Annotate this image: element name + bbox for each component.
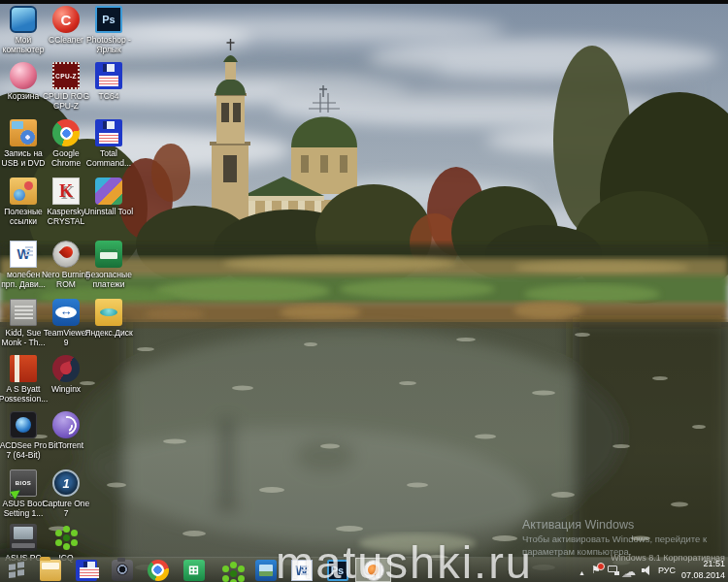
laptop-icon xyxy=(10,524,37,551)
desktop-icon-word[interactable]: Wмолебен прп. Дави... xyxy=(1,241,46,289)
desktop-icon-ccleaner[interactable]: CCCleaner xyxy=(44,6,88,45)
book-icon xyxy=(10,299,37,326)
photos-icon xyxy=(255,560,277,581)
desktop-icon-label: BitTorrent xyxy=(41,440,91,450)
desktop-icon-bittorrent[interactable]: BitTorrent xyxy=(44,411,88,450)
desktop-icon-label: Яндекс.Диск xyxy=(83,328,134,338)
taskbar-button-photos[interactable] xyxy=(248,558,283,582)
photoshop-icon: Ps xyxy=(327,560,348,581)
desktop-icon-acdsee[interactable]: ACDSee Pro 7 (64-Bit) xyxy=(1,411,46,460)
safepay-icon xyxy=(95,241,122,268)
desktop-icon-book[interactable]: Kidd, Sue Monk - Th... xyxy=(1,299,46,347)
bittorrent-icon xyxy=(52,411,80,438)
usb-dvd-icon xyxy=(10,119,37,146)
taskbar: ⊞WPs РУС 21:51 07.08.2014 xyxy=(0,558,728,582)
desktop-icon-label: Безопасные платежи xyxy=(83,270,134,289)
language-indicator[interactable]: РУС xyxy=(658,566,676,575)
icq-icon xyxy=(52,524,80,551)
camera-icon xyxy=(112,560,133,581)
taskbar-button-chrome[interactable] xyxy=(140,558,176,582)
links-icon xyxy=(10,178,37,205)
network-icon[interactable] xyxy=(608,566,619,575)
action-center-flag-icon[interactable] xyxy=(591,565,602,576)
desktop-icon-floppy[interactable]: TC64 xyxy=(86,62,131,101)
bios-icon: BIOS xyxy=(10,469,37,497)
windows-store-icon: ⊞ xyxy=(183,560,205,581)
floppy-icon xyxy=(95,62,122,89)
desktop-icon-floppy[interactable]: Total Command... xyxy=(86,119,131,168)
taskbar-button-floppy[interactable] xyxy=(68,558,104,582)
taskbar-button-word[interactable]: W xyxy=(283,558,319,582)
my-computer-icon xyxy=(10,6,37,33)
desktop-icon-recycle[interactable]: Корзина xyxy=(1,62,46,101)
capture-one-icon: 1 xyxy=(52,469,80,497)
taskbar-button-file-explorer[interactable] xyxy=(32,558,68,582)
desktop-icon-ppt[interactable]: A S Byatt Possession... xyxy=(1,355,46,404)
desktop-icon-laptop[interactable]: ASUS PC xyxy=(1,524,46,563)
desktop-icon-chrome[interactable]: Google Chrome xyxy=(44,119,88,168)
desktop-icon-yandex-disk[interactable]: Яндекс.Диск xyxy=(86,299,131,338)
recycle-icon xyxy=(10,62,37,89)
chrome-icon xyxy=(52,119,80,146)
acdsee-icon xyxy=(10,411,37,438)
desktop-icon-label: Total Command... xyxy=(83,148,134,168)
desktop-icon-label: Photoshop - Ярлык xyxy=(83,35,134,54)
desktop-icon-label: Winginx xyxy=(41,384,91,394)
volume-icon[interactable] xyxy=(642,566,652,575)
desktop-icon-label: TC64 xyxy=(83,91,134,101)
taskbar-button-media-player[interactable] xyxy=(355,558,391,582)
cpuz-icon: CPU-Z xyxy=(52,62,80,89)
floppy-icon xyxy=(95,119,122,146)
media-player-icon xyxy=(363,560,384,581)
clock-time: 21:51 xyxy=(681,559,725,569)
hidden-icons-arrow-icon[interactable] xyxy=(579,562,585,579)
desktop-icon-label: Uninstall Tool xyxy=(83,207,134,216)
desktop-icon-label: Capture One 7 xyxy=(41,499,91,518)
taskbar-button-icq[interactable] xyxy=(212,558,248,582)
file-explorer-icon xyxy=(40,560,61,581)
taskbar-button-photoshop[interactable]: Ps xyxy=(319,558,355,582)
desktop-icon-usb-dvd[interactable]: Запись на USB и DVD xyxy=(1,119,46,168)
desktop-icon-safepay[interactable]: Безопасные платежи xyxy=(86,241,131,289)
icq-icon xyxy=(219,560,241,581)
ppt-icon xyxy=(10,355,37,382)
desktop-icon-nero[interactable]: Nero Burning ROM xyxy=(44,241,88,289)
desktop-icon-photoshop[interactable]: PsPhotoshop - Ярлык xyxy=(86,6,131,54)
desktop-icon-capture-one[interactable]: 1Capture One 7 xyxy=(44,469,88,518)
uninstall-icon xyxy=(95,178,122,205)
desktop-icon-uninstall[interactable]: Uninstall Tool xyxy=(86,178,131,216)
desktop-icon-teamviewer[interactable]: TeamViewer 9 xyxy=(44,299,88,347)
desktop-icon-cpuz[interactable]: CPU-ZCPUID ROG CPU-Z xyxy=(44,62,88,111)
nero-icon xyxy=(52,241,80,268)
desktop-icon-grid: Мой компьютерCCCleanerPsPhotoshop - Ярлы… xyxy=(0,0,728,582)
clock-date: 07.08.2014 xyxy=(681,570,725,581)
floppy-icon xyxy=(76,560,97,581)
word-icon: W xyxy=(10,241,37,268)
windows-logo-icon xyxy=(6,558,27,582)
onedrive-clouds-icon[interactable] xyxy=(625,562,636,579)
word-icon: W xyxy=(291,560,313,581)
taskbar-button-camera[interactable] xyxy=(104,558,140,582)
winginx-icon xyxy=(52,355,80,382)
teamviewer-icon xyxy=(52,299,80,326)
chrome-icon xyxy=(148,560,169,581)
desktop-icon-icq[interactable]: ICQ xyxy=(44,524,88,563)
system-tray: РУС 21:51 07.08.2014 xyxy=(579,558,728,582)
start-button[interactable] xyxy=(0,558,32,582)
ccleaner-icon: C xyxy=(52,6,80,33)
taskbar-apps: ⊞WPs xyxy=(32,558,391,582)
clock[interactable]: 21:51 07.08.2014 xyxy=(681,559,725,581)
yandex-disk-icon xyxy=(95,299,122,326)
desktop-icon-winginx[interactable]: Winginx xyxy=(44,355,88,394)
photoshop-icon: Ps xyxy=(95,6,122,33)
desktop-icon-my-computer[interactable]: Мой компьютер xyxy=(1,6,46,54)
kaspersky-icon: K xyxy=(52,178,80,205)
desktop: Мой компьютерCCCleanerPsPhotoshop - Ярлы… xyxy=(0,0,728,582)
taskbar-button-windows-store[interactable]: ⊞ xyxy=(176,558,212,582)
desktop-icon-kaspersky[interactable]: KKaspersky CRYSTAL xyxy=(44,178,88,226)
desktop-icon-links[interactable]: Полезные ссылки xyxy=(1,178,46,226)
desktop-icon-bios[interactable]: BIOSASUS Boot Setting 1... xyxy=(1,469,46,518)
